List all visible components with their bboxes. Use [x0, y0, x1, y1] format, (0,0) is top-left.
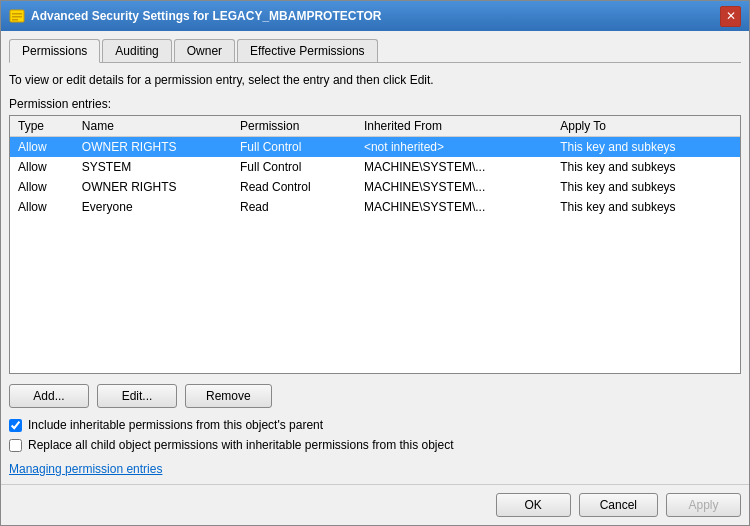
- remove-button[interactable]: Remove: [185, 384, 272, 408]
- svg-rect-1: [12, 13, 22, 15]
- main-window: Advanced Security Settings for LEGACY_MB…: [0, 0, 750, 526]
- cell-2-2: Read Control: [232, 177, 356, 197]
- col-apply-to: Apply To: [552, 116, 740, 137]
- svg-rect-3: [12, 19, 18, 21]
- ok-button[interactable]: OK: [496, 493, 571, 517]
- inherit-label: Include inheritable permissions from thi…: [28, 418, 323, 432]
- edit-button[interactable]: Edit...: [97, 384, 177, 408]
- table-header-row: Type Name Permission Inherited From Appl…: [10, 116, 740, 137]
- col-type: Type: [10, 116, 74, 137]
- replace-checkbox[interactable]: [9, 439, 22, 452]
- cell-0-2: Full Control: [232, 137, 356, 158]
- col-name: Name: [74, 116, 232, 137]
- window-icon: [9, 8, 25, 24]
- cell-2-4: This key and subkeys: [552, 177, 740, 197]
- cell-0-1: OWNER RIGHTS: [74, 137, 232, 158]
- cell-3-2: Read: [232, 197, 356, 217]
- cell-1-0: Allow: [10, 157, 74, 177]
- cell-3-1: Everyone: [74, 197, 232, 217]
- cell-1-2: Full Control: [232, 157, 356, 177]
- inherit-checkbox-row: Include inheritable permissions from thi…: [9, 418, 741, 432]
- cell-3-3: MACHINE\SYSTEM\...: [356, 197, 552, 217]
- cancel-button[interactable]: Cancel: [579, 493, 658, 517]
- content-area: To view or edit details for a permission…: [9, 73, 741, 476]
- section-label: Permission entries:: [9, 97, 741, 111]
- table-row[interactable]: AllowEveryoneReadMACHINE\SYSTEM\...This …: [10, 197, 740, 217]
- cell-0-4: This key and subkeys: [552, 137, 740, 158]
- window-body: Permissions Auditing Owner Effective Per…: [1, 31, 749, 484]
- cell-0-0: Allow: [10, 137, 74, 158]
- permissions-table-container[interactable]: Type Name Permission Inherited From Appl…: [9, 115, 741, 374]
- cell-1-3: MACHINE\SYSTEM\...: [356, 157, 552, 177]
- col-inherited-from: Inherited From: [356, 116, 552, 137]
- tab-auditing[interactable]: Auditing: [102, 39, 171, 62]
- title-bar: Advanced Security Settings for LEGACY_MB…: [1, 1, 749, 31]
- action-buttons: Add... Edit... Remove: [9, 384, 741, 408]
- tab-effective-permissions[interactable]: Effective Permissions: [237, 39, 378, 62]
- tab-owner[interactable]: Owner: [174, 39, 235, 62]
- table-row[interactable]: AllowOWNER RIGHTSRead ControlMACHINE\SYS…: [10, 177, 740, 197]
- tab-permissions[interactable]: Permissions: [9, 39, 100, 63]
- add-button[interactable]: Add...: [9, 384, 89, 408]
- close-button[interactable]: ✕: [720, 6, 741, 27]
- table-row[interactable]: AllowSYSTEMFull ControlMACHINE\SYSTEM\..…: [10, 157, 740, 177]
- svg-rect-2: [12, 16, 22, 18]
- cell-1-4: This key and subkeys: [552, 157, 740, 177]
- cell-2-0: Allow: [10, 177, 74, 197]
- tabs-container: Permissions Auditing Owner Effective Per…: [9, 39, 741, 63]
- table-row[interactable]: AllowOWNER RIGHTSFull Control<not inheri…: [10, 137, 740, 158]
- cell-3-4: This key and subkeys: [552, 197, 740, 217]
- replace-checkbox-row: Replace all child object permissions wit…: [9, 438, 741, 452]
- permissions-table: Type Name Permission Inherited From Appl…: [10, 116, 740, 217]
- cell-1-1: SYSTEM: [74, 157, 232, 177]
- inherit-checkbox[interactable]: [9, 419, 22, 432]
- apply-button[interactable]: Apply: [666, 493, 741, 517]
- title-bar-text: Advanced Security Settings for LEGACY_MB…: [31, 9, 720, 23]
- replace-label: Replace all child object permissions wit…: [28, 438, 454, 452]
- cell-2-1: OWNER RIGHTS: [74, 177, 232, 197]
- footer: OK Cancel Apply: [1, 484, 749, 525]
- cell-2-3: MACHINE\SYSTEM\...: [356, 177, 552, 197]
- managing-permissions-link[interactable]: Managing permission entries: [9, 462, 741, 476]
- cell-3-0: Allow: [10, 197, 74, 217]
- description-text: To view or edit details for a permission…: [9, 73, 741, 87]
- col-permission: Permission: [232, 116, 356, 137]
- title-bar-controls: ✕: [720, 6, 741, 27]
- cell-0-3: <not inherited>: [356, 137, 552, 158]
